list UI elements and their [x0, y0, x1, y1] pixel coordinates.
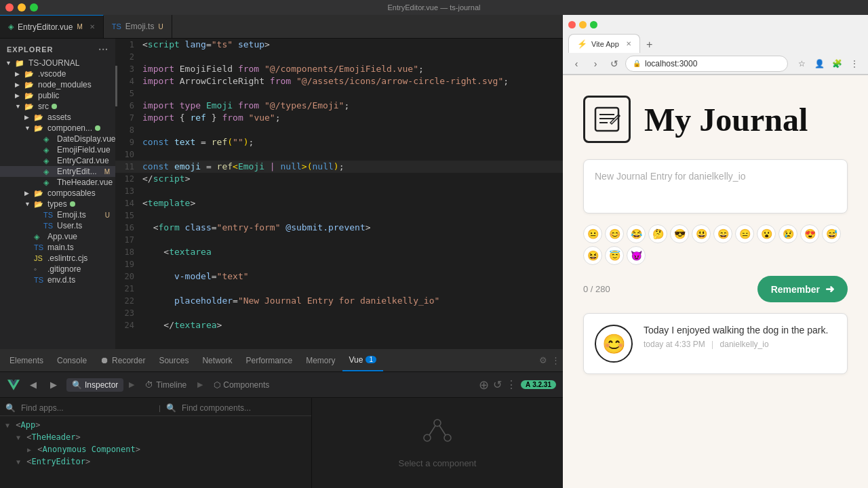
maximize-button[interactable]: [30, 3, 38, 12]
nav-refresh-btn[interactable]: ↺: [606, 56, 623, 72]
nav-forward-btn[interactable]: ▶: [46, 378, 61, 392]
ts-icon: TS: [112, 22, 121, 30]
new-tab-btn[interactable]: +: [642, 37, 658, 53]
browser-maximize-btn[interactable]: [590, 21, 597, 28]
tree-item-app-vue[interactable]: ▶ ◈ App.vue: [0, 231, 115, 242]
more-options-icon[interactable]: ⋮: [506, 378, 517, 391]
emoji-neutral[interactable]: 😐: [583, 224, 602, 243]
minimize-button[interactable]: [18, 3, 26, 12]
devtools-tab-memory[interactable]: Memory: [299, 349, 342, 371]
emoji-beam[interactable]: 😆: [583, 246, 602, 265]
tab-emoji-ts[interactable]: TS Emoji.ts U: [104, 15, 172, 38]
tree-item-env-d-ts[interactable]: ▶ TS env.d.ts: [0, 274, 115, 285]
target-icon[interactable]: ⊕: [479, 378, 489, 392]
browser-tab-label: Vite App: [591, 40, 619, 48]
tree-root[interactable]: ▼ 📁 TS-JOURNAL: [0, 58, 115, 68]
tab-entry-editor[interactable]: ◈ EntryEditor.vue M ✕: [0, 15, 104, 38]
code-editor[interactable]: 1 <script lang="ts" setup> 2 3 import Em…: [115, 39, 563, 349]
tree-item-user-ts[interactable]: ▶ TS User.ts: [0, 220, 115, 231]
devtools-tab-sources[interactable]: Sources: [152, 349, 195, 371]
address-bar[interactable]: 🔒 localhost:3000: [625, 56, 788, 72]
nav-back-btn[interactable]: ◀: [26, 378, 41, 392]
tree-item-gitignore[interactable]: ▶ ◦ .gitignore: [0, 264, 115, 274]
url-text: localhost:3000: [645, 59, 697, 68]
devtools-tab-recorder[interactable]: ⏺ Recorder: [94, 349, 152, 371]
separator: |: [159, 404, 161, 412]
tree-entry-editor[interactable]: ▼ <EntryEditor>: [5, 455, 306, 468]
emoji-sweat[interactable]: 😅: [822, 224, 841, 243]
devtools-tab-elements[interactable]: Elements: [3, 349, 50, 371]
browser-traffic-lights: [568, 21, 597, 28]
tree-app[interactable]: ▼ <App>: [5, 419, 306, 431]
tree-item-entry-editor[interactable]: ▶ ◈ EntryEdit... M: [0, 166, 115, 177]
devtools-tab-network[interactable]: Network: [195, 349, 239, 371]
tree-item-eslintrc[interactable]: ▶ JS .eslintrc.cjs: [0, 253, 115, 264]
vue-timeline-tab[interactable]: ⏱ Timeline: [140, 378, 192, 392]
devtools-more-icon[interactable]: ⋮: [551, 355, 560, 365]
code-line: 14 <template>: [115, 197, 563, 209]
tree-item-node-modules[interactable]: ▶ 📂 node_modules: [0, 79, 115, 90]
browser-close-btn[interactable]: [568, 21, 576, 28]
settings-icon[interactable]: ⋮: [846, 56, 863, 72]
code-line: 13: [115, 185, 563, 197]
devtools-tab-performance[interactable]: Performance: [239, 349, 299, 371]
vue-components-tab[interactable]: ⬡ Components: [208, 378, 275, 392]
tree-item-main-ts[interactable]: ▶ TS main.ts: [0, 242, 115, 253]
tree-item-public[interactable]: ▶ 📂 public: [0, 90, 115, 101]
search-apps-input[interactable]: [21, 403, 145, 413]
devtools-settings-icon[interactable]: ⚙: [539, 355, 547, 365]
profile-icon[interactable]: 👤: [811, 56, 827, 72]
item-label: DateDisplay.vue: [57, 134, 115, 144]
emoji-cool[interactable]: 😎: [670, 224, 689, 243]
devtools-tab-console[interactable]: Console: [50, 349, 94, 371]
chevron-down-icon: ▼: [16, 434, 20, 441]
emoji-laugh[interactable]: 😂: [627, 224, 646, 243]
nav-forward-btn[interactable]: ›: [587, 56, 604, 72]
tree-item-emoji-field[interactable]: ▶ ◈ EmojiField.vue: [0, 144, 115, 155]
tree-item-entry-card[interactable]: ▶ ◈ EntryCard.vue: [0, 155, 115, 166]
vue-inspector-tab[interactable]: 🔍 Inspector: [66, 378, 123, 392]
emoji-expressionless[interactable]: 😑: [735, 224, 754, 243]
tree-item-the-header[interactable]: ▶ ◈ TheHeader.vue: [0, 177, 115, 188]
emoji-devil[interactable]: 😈: [627, 246, 646, 265]
nav-icons: ☆ 👤 🧩 ⋮: [793, 56, 863, 72]
tree-item-components[interactable]: ▼ 📂 componen...: [0, 123, 115, 134]
browser-tab-vite[interactable]: ⚡ Vite App ✕: [568, 34, 640, 53]
tree-the-header[interactable]: ▼ <TheHeader>: [5, 431, 306, 443]
extensions-icon[interactable]: 🧩: [829, 56, 845, 72]
emoji-surprised[interactable]: 😮: [757, 224, 776, 243]
new-entry-box[interactable]: New Journal Entry for danielkelly_io: [583, 159, 848, 214]
tree-item-vscode[interactable]: ▶ 📂 .vscode: [0, 68, 115, 79]
tab-modified-badge: U: [158, 23, 163, 30]
window-title: EntryEditor.vue — ts-journal: [388, 3, 481, 12]
devtools-tab-vue[interactable]: Vue 1: [342, 349, 383, 371]
emoji-grin[interactable]: 😄: [713, 224, 732, 243]
emoji-halo[interactable]: 😇: [605, 246, 624, 265]
emoji-sad[interactable]: 😢: [778, 224, 797, 243]
browser-minimize-btn[interactable]: [579, 21, 587, 28]
remember-button[interactable]: Remember ➜: [757, 276, 848, 302]
tree-item-composables[interactable]: ▶ 📂 composables: [0, 188, 115, 199]
code-line: 19: [115, 258, 563, 270]
emoji-happy[interactable]: 😃: [692, 224, 711, 243]
bookmark-icon[interactable]: ☆: [793, 56, 810, 72]
emoji-love[interactable]: 😍: [800, 224, 819, 243]
close-button[interactable]: [5, 3, 14, 12]
tree-item-emoji-ts[interactable]: ▶ TS Emoji.ts U: [0, 209, 115, 220]
tree-item-src[interactable]: ▼ 📂 src: [0, 101, 115, 112]
tab-close-btn[interactable]: ✕: [90, 23, 95, 30]
emoji-smile[interactable]: 😊: [605, 224, 624, 243]
emoji-think[interactable]: 🤔: [648, 224, 667, 243]
tab-bar: ◈ EntryEditor.vue M ✕ TS Emoji.ts U: [0, 15, 563, 39]
code-line: 20 v-model="text": [115, 270, 563, 283]
nav-back-btn[interactable]: ‹: [568, 56, 585, 72]
tree-item-date-display[interactable]: ▶ ◈ DateDisplay.vue: [0, 134, 115, 144]
browser-tab-close-icon[interactable]: ✕: [626, 40, 631, 47]
modified-dot: [95, 125, 100, 131]
search-components-input[interactable]: [182, 403, 306, 413]
tree-item-types[interactable]: ▼ 📂 types: [0, 199, 115, 209]
tree-item-assets[interactable]: ▶ 📂 assets: [0, 112, 115, 123]
refresh-icon[interactable]: ↺: [493, 378, 502, 391]
tree-anonymous[interactable]: ▶ <Anonymous Component>: [5, 443, 306, 455]
vue-logo: [7, 378, 20, 392]
